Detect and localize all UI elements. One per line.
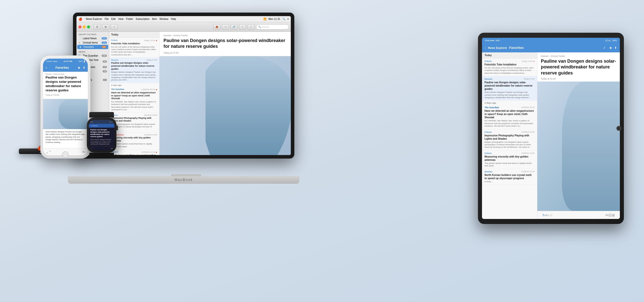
ipad-share-button[interactable]: ⬆: [614, 46, 617, 50]
ipad-time-6: 12/08/16 12:19: [521, 170, 535, 173]
watch-back-button[interactable]: ‹ Details: [90, 125, 98, 127]
iphone-article-meta: Dezeen – Emma Tucker: [43, 72, 88, 76]
ipad-expand-icon[interactable]: ⤢: [603, 46, 606, 50]
watch-navbar: ‹ Details: [89, 124, 114, 128]
nav-forward-button[interactable]: ›: [248, 24, 255, 30]
watch-screen: ●●● 11:27 ‹ Details Pauline van Dongen d…: [89, 120, 114, 150]
ipad-date-3days: 3 days ago: [482, 101, 537, 105]
ipad-list-item-pauline[interactable]: Dezeen Today 07:00 Pauline van Dongen de…: [482, 76, 537, 101]
list-time-3: 12/08/16 20:10: [142, 88, 155, 91]
ipad-circle-button[interactable]: ○: [547, 213, 549, 217]
ipad-list-button[interactable]: ≡: [545, 213, 547, 217]
list-title-5: Measuring viscosity with tiny golden ant…: [111, 136, 157, 142]
menu-edit[interactable]: Edit: [111, 18, 115, 20]
iphone-home-button[interactable]: [62, 151, 69, 158]
watch-crown[interactable]: [116, 125, 118, 130]
sidebar-item-latest-news[interactable]: 🕐 Latest News 254: [76, 36, 109, 41]
ipad-list-item-alien[interactable]: The Guardian 12/08/16 20:19 Have we dete…: [482, 105, 537, 129]
menu-subscription[interactable]: Subscription: [136, 18, 149, 20]
ipad-star-button[interactable]: ★: [609, 46, 612, 50]
menu-help[interactable]: Help: [171, 18, 176, 20]
ipad-list-item-futuristic[interactable]: Futura Today 11:00 ● Futuristic Tube Ins…: [482, 58, 537, 76]
ipad-source-futura3: Futura: [485, 152, 492, 155]
ipad-person-figure: [562, 82, 620, 211]
iphone-star-button[interactable]: ★: [77, 66, 81, 70]
sidebar-toggle-button[interactable]: ☰: [94, 24, 101, 30]
iphone-statusbar: Carrier ●●●● 11:47 AM WiFi ▐: [43, 59, 88, 64]
ipad-bottom-toolbar: ↻ ≡ ○ ☆ Aa ☰ ⊞: [537, 211, 620, 219]
ipad-home-button[interactable]: [616, 126, 621, 131]
iphone-article-title: Pauline van Dongen designs solar-powered…: [43, 76, 88, 94]
ipad-battery: 29%: [612, 39, 617, 42]
ipad-star-toolbar-button[interactable]: ☆: [550, 213, 553, 217]
list-title-1: Futuristic Tube Installation: [111, 42, 157, 45]
iphone-prev-button[interactable]: ⌄: [46, 150, 49, 154]
ipad-back-button[interactable]: ‹: [485, 46, 486, 49]
ipad-bezel: iPad ●●● WiFi 22:41 29% ‹ News Explorer …: [478, 33, 624, 224]
nav-back-button[interactable]: ‹: [239, 24, 246, 30]
check-button[interactable]: ✓: [111, 24, 118, 30]
ipad-grid-button[interactable]: ⊞: [612, 213, 615, 217]
list-time-2: Today 07:00: [146, 59, 157, 61]
app-menu-name[interactable]: News Explorer: [86, 18, 102, 20]
list-item-pauline[interactable]: Dezeen Today 07:00 Pauline van Dongen de…: [109, 58, 159, 83]
list-item-viscosity[interactable]: Ars Technica 12/08/16 14:00 Measuring vi…: [109, 132, 159, 149]
watch-scroll-down[interactable]: ⌄: [90, 147, 92, 149]
ipad-dot-1: ●: [533, 60, 535, 62]
sidebar-item-favorites[interactable]: ★ Favorites 11: [77, 45, 108, 49]
ipad-source-futura: Futura: [485, 60, 492, 62]
ipad-navbar: ‹ News Explorer Favorites ⤢ ★ ⬆: [482, 43, 620, 52]
watch-font-button[interactable]: Aa: [111, 147, 113, 149]
iphone-next-button[interactable]: ⌃: [49, 150, 52, 154]
ipad-screen: iPad ●●● WiFi 22:41 29% ‹ News Explorer …: [482, 38, 620, 219]
iphone-back-button[interactable]: ‹: [46, 65, 47, 70]
watch-body: ●●● 11:27 ‹ Details Pauline van Dongen d…: [87, 118, 116, 153]
iphone-screen: Carrier ●●●● 11:47 AM WiFi ▐ ‹ Favorites…: [43, 59, 88, 155]
ipad-body: Today Futura Today 11:00 ● Futuristic Tu…: [482, 52, 620, 219]
watch-scroll-up[interactable]: ⌃: [92, 147, 94, 149]
close-button[interactable]: [78, 25, 82, 28]
ipad-list-preview-3: KIC 8462852, aka Tabby's star, shows a p…: [485, 120, 535, 127]
article-title: Pauline van Dongen designs solar-powered…: [159, 38, 291, 52]
menu-item[interactable]: Item: [152, 18, 157, 20]
ipad-article-date: Today at 01:00: [537, 78, 620, 82]
list-item-north-korea[interactable]: Dezeen 12/08/16 12:19 ● North Korean bui…: [109, 149, 159, 155]
list-item-alien[interactable]: The Guardian 12/08/16 20:10 ● Have we de…: [109, 87, 159, 113]
ipad-list-item-northkorea[interactable]: Dezeen 12/08/16 12:19 North Korean build…: [482, 169, 537, 185]
bookmark-button[interactable]: ☆: [222, 24, 229, 30]
ipad-list-item-photography[interactable]: Futura 12/08/16 15:00 Impressive Photogr…: [482, 129, 537, 150]
search-menu-icon[interactable]: 🔍: [282, 18, 285, 20]
ipad-article-hero-image: [537, 82, 620, 211]
menu-view[interactable]: View: [118, 18, 124, 20]
link-button[interactable]: 🔗: [230, 24, 237, 30]
watch-carrier: ●●●: [90, 121, 93, 123]
list-view-button[interactable]: ⊞: [102, 24, 109, 30]
sidebar-label-latest: Latest News: [83, 37, 100, 40]
list-item-futuristic-tube[interactable]: Futura Today 11:00 ● Futuristic Tube Ins…: [109, 38, 159, 58]
search-field[interactable]: 🔍 Search: [256, 24, 289, 29]
font-size-button[interactable]: Aa: [82, 150, 85, 153]
ipad-time-5: 12/08/16 14:00: [521, 152, 535, 155]
ipad-list-item-viscosity[interactable]: Futura 12/08/16 14:00 Measuring viscosit…: [482, 150, 537, 169]
menu-folder[interactable]: Folder: [126, 18, 133, 20]
ipad-article-list: Today Futura Today 11:00 ● Futuristic Tu…: [482, 52, 537, 219]
sidebar-item-unread[interactable]: ○ Unread Items 209: [76, 41, 109, 45]
apple-menu-icon[interactable]: 🍎: [78, 17, 82, 21]
iphone-article-date: Today at 7:00 AM: [43, 94, 88, 97]
list-time-4: 12/08/16 15:00: [144, 114, 157, 116]
ipad-list-view-button[interactable]: ☰: [609, 213, 612, 217]
list-title-4: Impressive Photography Playing with Ligh…: [111, 117, 157, 123]
iphone-share-button[interactable]: ⬆: [83, 66, 85, 69]
menubar-list-icon[interactable]: ≡: [287, 18, 289, 20]
menu-window[interactable]: Window: [159, 18, 169, 20]
ipad-list-title-4: Impressive Photography Playing with Ligh…: [485, 134, 535, 140]
share-button[interactable]: 📤: [213, 24, 220, 30]
ipad-font-button[interactable]: Aa: [606, 214, 609, 216]
macbook-hinge: [171, 174, 201, 176]
maximize-button[interactable]: [87, 25, 90, 28]
ipad-list-title-3: Have we detected an alien megastructure …: [485, 109, 535, 119]
minimize-button[interactable]: [83, 25, 86, 28]
ipad-list-preview-2: Dutch fashion designer Pauline van Donge…: [485, 91, 535, 99]
ipad-refresh-button[interactable]: ↻: [542, 213, 545, 217]
menu-file[interactable]: File: [105, 18, 109, 20]
